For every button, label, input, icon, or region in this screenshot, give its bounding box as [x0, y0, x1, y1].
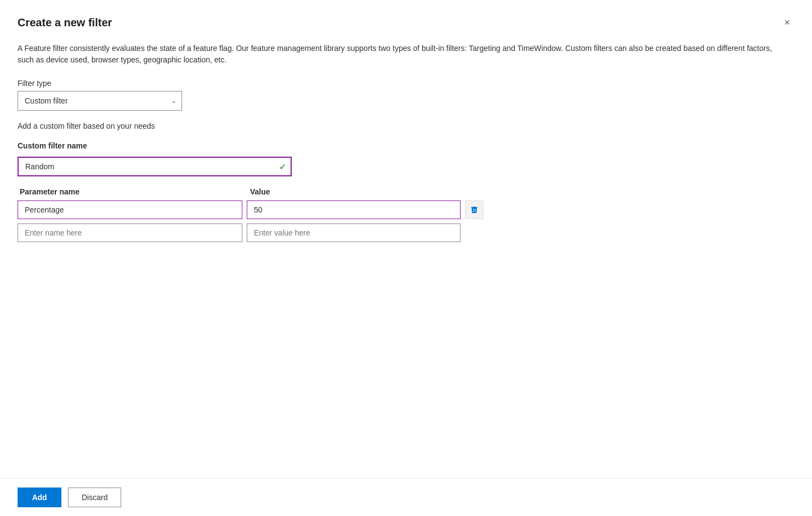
param-name-col-header: Parameter name — [18, 187, 248, 196]
param-name-input-0[interactable] — [18, 200, 242, 219]
create-filter-dialog: Create a new filter × A Feature filter c… — [0, 0, 812, 516]
filter-type-label: Filter type — [18, 79, 794, 88]
dialog-header: Create a new filter × — [0, 0, 812, 38]
param-value-input-1[interactable] — [247, 223, 461, 242]
param-row — [18, 200, 794, 219]
param-row — [18, 223, 794, 242]
filter-name-wrapper: ✓ — [18, 157, 292, 176]
custom-filter-name-input[interactable] — [18, 157, 292, 176]
dialog-body: A Feature filter consistently evaluates … — [0, 38, 812, 478]
filter-type-group: Filter type Custom filter Targeting Time… — [18, 79, 794, 111]
description-text: A Feature filter consistently evaluates … — [18, 43, 774, 66]
custom-filter-name-group: Custom filter name ✓ — [18, 141, 794, 176]
param-value-col-header: Value — [248, 187, 467, 196]
delete-param-button-0[interactable] — [465, 200, 484, 219]
param-name-input-1[interactable] — [18, 223, 242, 242]
filter-type-select-container: Custom filter Targeting TimeWindow ⌄ — [18, 91, 182, 111]
helper-text: Add a custom filter based on your needs — [18, 122, 794, 130]
trash-icon — [470, 205, 479, 214]
param-value-input-0[interactable] — [247, 200, 461, 219]
filter-type-select[interactable]: Custom filter Targeting TimeWindow — [18, 91, 182, 111]
custom-filter-name-title: Custom filter name — [18, 141, 794, 150]
parameters-section: Parameter name Value — [18, 187, 794, 242]
add-button[interactable]: Add — [18, 488, 61, 507]
discard-button[interactable]: Discard — [68, 488, 121, 507]
dialog-footer: Add Discard — [0, 478, 812, 516]
params-header: Parameter name Value — [18, 187, 794, 196]
close-button[interactable]: × — [780, 15, 794, 30]
dialog-title: Create a new filter — [18, 15, 112, 30]
